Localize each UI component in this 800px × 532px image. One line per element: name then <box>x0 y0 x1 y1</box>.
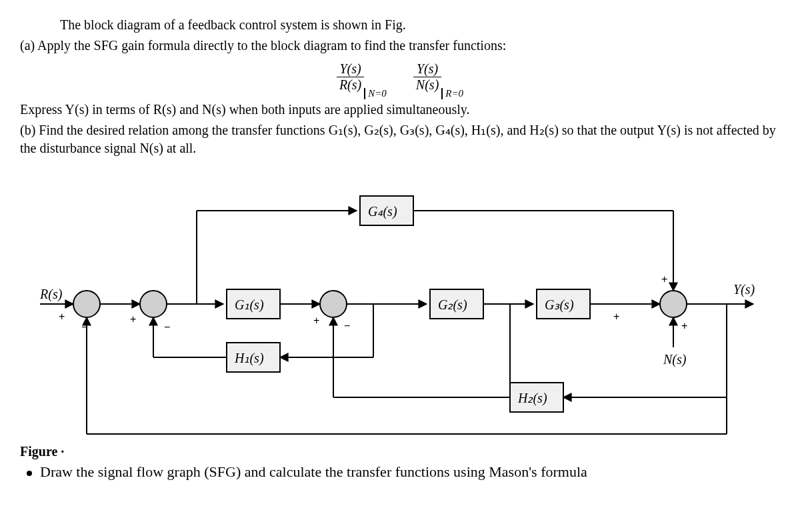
part-b-line: (b) Find the desired relation among the … <box>20 121 780 157</box>
sum1 <box>73 291 100 317</box>
sum4 <box>660 291 687 317</box>
sum3 <box>320 291 347 317</box>
label-G1: G₁(s) <box>235 297 264 313</box>
sum4-plus-left: + <box>613 311 619 322</box>
label-H1: H₁(s) <box>234 351 264 366</box>
label-Y: Y(s) <box>733 282 755 297</box>
sum2-plus: + <box>130 313 136 325</box>
label-H2: H₂(s) <box>517 391 547 406</box>
tf2: Y(s) N(s) R=0 <box>413 61 463 93</box>
label-R: R(s) <box>39 287 63 302</box>
sum3-minus: − <box>344 320 350 331</box>
express-line: Express Y(s) in terms of R(s) and N(s) w… <box>20 101 780 119</box>
tf1: Y(s) R(s) N=0 <box>337 61 387 93</box>
sum2 <box>140 291 167 317</box>
label-N: N(s) <box>663 352 687 367</box>
figure-label: Figure · <box>20 444 780 459</box>
label-G2: G₂(s) <box>438 297 467 313</box>
bullet-task: Draw the signal flow graph (SFG) and cal… <box>20 463 780 481</box>
sum1-plus: + <box>59 311 65 322</box>
label-G4: G₄(s) <box>368 204 397 219</box>
sum3-plus: + <box>313 315 319 326</box>
sum4-plus-top: + <box>661 273 667 285</box>
sum4-plus-bottom: + <box>681 320 687 331</box>
sum2-minus: − <box>164 321 170 333</box>
intro-line: The block diagram of a feedback control … <box>20 16 780 34</box>
part-a-line: (a) Apply the SFG gain formula directly … <box>20 37 780 55</box>
problem-text: The block diagram of a feedback control … <box>20 16 780 157</box>
transfer-functions: Y(s) R(s) N=0 Y(s) N(s) R=0 <box>20 61 780 93</box>
label-G3: G₃(s) <box>545 297 574 313</box>
block-diagram: R(s) + − + − G₁(s) + − G₄(s) G₂(s) G₃(s)… <box>33 171 767 437</box>
bullet-icon <box>27 471 32 476</box>
